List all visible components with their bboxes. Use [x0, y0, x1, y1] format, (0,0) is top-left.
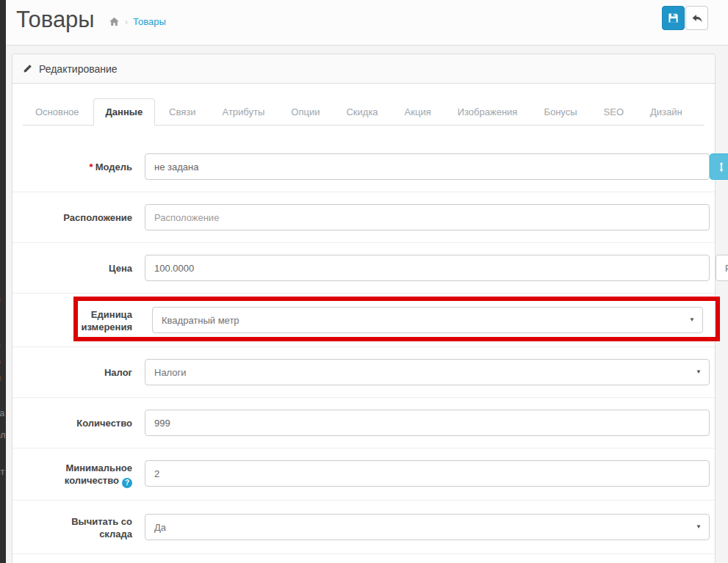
currency-select-value: Рубль (RUB)	[725, 263, 728, 274]
unit-select-value: Квадратный метр	[162, 315, 239, 326]
model-autofill-button[interactable]	[710, 153, 728, 180]
tab-options[interactable]: Опции	[278, 98, 332, 126]
panel-heading: Редактирование	[12, 54, 715, 84]
pencil-icon	[23, 64, 32, 73]
quantity-label: Количество	[12, 410, 132, 436]
tab-bonuses[interactable]: Бонусы	[531, 98, 589, 126]
tax-label: Налог	[12, 359, 132, 385]
form-row-unit: Единица измерения Квадратный метр ▼	[12, 294, 715, 347]
model-label: *Модель	[12, 153, 132, 180]
edit-panel: Редактирование Основное Данные Связи Атр…	[12, 54, 716, 563]
form-row-tax: Налог Налоги ▼	[12, 347, 715, 398]
required-mark: *	[90, 161, 93, 172]
tab-special[interactable]: Акция	[392, 98, 444, 126]
sidebar-text-fragment: е	[0, 341, 6, 351]
product-data-form: *Модель Расположение Цена	[12, 126, 715, 563]
price-label: Цена	[12, 255, 132, 281]
reply-arrow-icon	[691, 12, 703, 24]
sidebar-text-fragment: т	[0, 449, 6, 460]
sidebar-text-fragment: р	[0, 357, 6, 367]
caret-down-icon: ▼	[696, 524, 702, 530]
floppy-disk-icon	[668, 12, 679, 23]
tab-seo[interactable]: SEO	[591, 98, 636, 126]
sidebar-text-fragment: и	[0, 295, 6, 305]
breadcrumb-link-products[interactable]: Товары	[133, 16, 166, 27]
tab-images[interactable]: Изображения	[445, 98, 530, 126]
tab-links[interactable]: Связи	[156, 98, 208, 126]
quantity-input[interactable]	[145, 410, 710, 436]
breadcrumb: › Товары	[109, 16, 166, 27]
next-row-sliver	[12, 554, 715, 563]
arrows-vertical-icon	[716, 161, 727, 172]
location-label: Расположение	[12, 204, 132, 230]
subtract-stock-label: Вычитать со склада	[12, 514, 132, 540]
caret-down-icon: ▼	[689, 317, 695, 323]
min-quantity-input[interactable]	[145, 460, 710, 487]
unit-select[interactable]: Квадратный метр ▼	[152, 307, 703, 333]
tab-design[interactable]: Дизайн	[638, 98, 695, 126]
tab-bar: Основное Данные Связи Атрибуты Опции Ски…	[23, 98, 704, 126]
sidebar-text-fragment: ит	[0, 467, 6, 477]
form-row-quantity: Количество	[12, 398, 715, 448]
currency-select[interactable]: Рубль (RUB) ▼	[716, 255, 728, 281]
model-input[interactable]	[145, 153, 710, 180]
save-button[interactable]	[662, 6, 685, 30]
sidebar-text-fragment: л	[0, 373, 6, 383]
home-icon[interactable]	[109, 16, 120, 27]
tax-select[interactable]: Налоги ▼	[145, 359, 710, 385]
tab-attributes[interactable]: Атрибуты	[210, 98, 278, 126]
page-header: Товары › Товары	[6, 0, 728, 46]
tab-discount[interactable]: Скидка	[334, 98, 390, 126]
sidebar-text-fragment: ол	[0, 430, 6, 440]
page-title: Товары	[16, 7, 95, 33]
collapsed-sidebar: и е р л в ка ол т ит	[0, 0, 6, 563]
form-row-model: *Модель	[12, 126, 715, 192]
tax-select-value: Налоги	[154, 367, 187, 378]
location-input[interactable]	[145, 204, 710, 230]
sidebar-text-fragment: ка	[0, 408, 6, 418]
form-row-location: Расположение	[12, 192, 715, 243]
sidebar-text-fragment: в	[0, 389, 6, 399]
subtract-stock-select-value: Да	[154, 522, 166, 533]
price-input[interactable]	[145, 255, 710, 281]
subtract-stock-select[interactable]: Да ▼	[145, 514, 710, 540]
panel-heading-label: Редактирование	[39, 63, 118, 75]
back-button[interactable]	[685, 6, 708, 30]
question-circle-icon[interactable]: ?	[122, 478, 132, 488]
form-row-min-quantity: Минимальное количество?	[12, 448, 715, 501]
form-row-subtract-stock: Вычитать со склада Да ▼	[12, 501, 715, 554]
min-quantity-label: Минимальное количество?	[12, 460, 132, 488]
form-row-price: Цена Рубль (RUB) ▼	[12, 243, 715, 294]
breadcrumb-separator: ›	[125, 17, 128, 27]
unit-label: Единица измерения	[12, 307, 132, 333]
tab-general[interactable]: Основное	[23, 98, 92, 126]
caret-down-icon: ▼	[696, 369, 702, 375]
tab-data[interactable]: Данные	[93, 98, 156, 126]
